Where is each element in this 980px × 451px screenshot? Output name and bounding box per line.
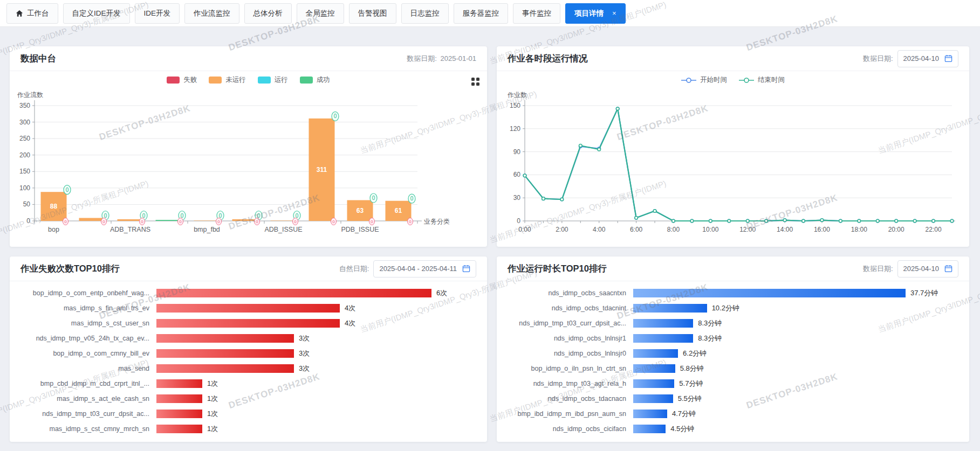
svg-text:0: 0	[217, 219, 220, 224]
value-label: 1次	[207, 424, 218, 434]
date-field: 数据日期: 2025-04-10	[863, 260, 958, 277]
nav-tab-8[interactable]: 服务器监控	[454, 3, 509, 24]
legend-item[interactable]: 未运行	[209, 75, 246, 85]
svg-text:0: 0	[179, 219, 182, 224]
value-bar[interactable]	[156, 334, 294, 343]
job-name-label: nds_idmp_ocbs_saacntxn	[497, 289, 633, 297]
home-icon	[16, 10, 23, 17]
svg-text:0:00: 0:00	[518, 226, 531, 233]
date-range-picker[interactable]: 2025-04-04 - 2025-04-11	[373, 260, 476, 277]
chart-legend: 失败未运行运行成功	[10, 75, 487, 85]
nav-tab-label: IDE开发	[144, 9, 171, 18]
nav-tab-1[interactable]: 自定义IDE开发	[63, 3, 130, 24]
panel-header: 作业各时段运行情况 数据日期: 2025-04-10	[497, 46, 969, 71]
hbar-row: mas_idmp_s_fin_aml_trs_ev4次	[10, 304, 487, 313]
svg-text:150: 150	[19, 168, 30, 175]
value-bar[interactable]	[156, 364, 294, 373]
value-bar[interactable]	[156, 410, 202, 418]
value-bar[interactable]	[633, 364, 675, 373]
value-bar[interactable]	[633, 425, 666, 433]
fail-top10-hbar-chart: bop_idmp_o_com_entp_onbehf_wag...6次mas_i…	[10, 281, 487, 442]
value-label: 6.2分钟	[683, 349, 707, 358]
value-bar[interactable]	[633, 334, 693, 343]
value-bar[interactable]	[633, 379, 674, 388]
hbar-row: nds_idmp_ocbs_lnlnsjr06.2分钟	[497, 349, 969, 358]
svg-text:0: 0	[256, 219, 258, 224]
legend-label: 未运行	[225, 75, 246, 85]
legend-label: 结束时间	[758, 75, 785, 85]
value-bar[interactable]	[633, 319, 693, 328]
nav-tab-0[interactable]: 工作台	[6, 3, 58, 24]
job-name-label: nds_idmp_ocbs_lnlnsjr1	[497, 335, 633, 342]
close-icon[interactable]: ×	[612, 9, 616, 17]
date-field: 自然日期: 2025-04-04 - 2025-04-11	[339, 260, 476, 277]
hbar-row: bop_idmp_o_iln_psn_ln_ctrt_sn5.8分钟	[497, 364, 969, 373]
hbar-row: mas_idmp_s_cst_cmny_mrch_sn1次	[10, 425, 487, 433]
svg-text:0: 0	[26, 217, 30, 225]
svg-text:0: 0	[257, 213, 261, 219]
value-bar[interactable]	[156, 379, 202, 388]
svg-text:12:00: 12:00	[739, 226, 756, 233]
legend-item[interactable]: 开始时间	[681, 75, 727, 85]
nav-tab-5[interactable]: 全局监控	[297, 3, 344, 24]
svg-text:0: 0	[332, 219, 335, 224]
value-label: 6次	[436, 288, 447, 298]
legend-item[interactable]: 失败	[167, 75, 197, 85]
nav-tab-6[interactable]: 告警视图	[349, 3, 396, 24]
nav-tab-9[interactable]: 事件监控	[513, 3, 560, 24]
date-picker[interactable]: 2025-04-10	[897, 50, 959, 67]
nav-tab-3[interactable]: 作业流监控	[184, 3, 239, 24]
svg-text:63: 63	[357, 207, 364, 214]
value-bar[interactable]	[633, 394, 673, 403]
toolbox-grid-icon[interactable]	[471, 78, 479, 86]
job-name-label: bop_idmp_o_com_cmny_bill_ev	[10, 350, 156, 357]
value-bar[interactable]	[633, 349, 678, 358]
svg-text:ADB_ISSUE: ADB_ISSUE	[264, 226, 302, 233]
calendar-icon	[944, 54, 952, 63]
value-bar[interactable]	[633, 410, 667, 418]
svg-text:0: 0	[410, 196, 414, 202]
legend-label: 开始时间	[700, 75, 727, 85]
panel-duration-top10: 作业运行时长TOP10排行 数据日期: 2025-04-10 nds_idmp_…	[497, 256, 969, 442]
value-label: 4.5分钟	[670, 424, 694, 434]
value-label: 37.7分钟	[910, 288, 938, 298]
job-name-label: nds_idmp_tmp_t03_curr_dpsit_ac...	[497, 320, 633, 327]
value-bar[interactable]	[156, 394, 202, 403]
date-label: 数据日期:	[863, 264, 893, 274]
svg-text:90: 90	[513, 148, 521, 156]
legend-item[interactable]: 运行	[258, 75, 288, 85]
value-bar[interactable]	[156, 425, 202, 433]
value-bar[interactable]	[156, 304, 340, 313]
value-bar[interactable]	[156, 349, 294, 358]
legend-item[interactable]: 成功	[300, 75, 330, 85]
panel-title: 数据中台	[20, 53, 56, 65]
nav-tab-2[interactable]: IDE开发	[135, 3, 180, 24]
svg-text:0: 0	[142, 213, 146, 219]
value-label: 8.3分钟	[698, 318, 722, 328]
svg-text:0: 0	[372, 195, 375, 201]
job-name-label: bmp_cbd_idmp_m_cbd_crprt_itnl_...	[10, 380, 156, 387]
legend-item[interactable]: 结束时间	[739, 75, 785, 85]
value-bar[interactable]	[633, 304, 707, 313]
nav-tab-label: 项目详情	[574, 9, 604, 18]
nav-tab-label: 告警视图	[358, 9, 387, 18]
hbar-row: bmp_ibd_idmp_m_ibd_psn_aum_sn4.7分钟	[497, 410, 969, 418]
svg-text:0: 0	[102, 219, 105, 224]
value-bar[interactable]	[156, 289, 431, 297]
nav-tab-4[interactable]: 总体分析	[244, 3, 292, 24]
hbar-row: nds_idmp_ocbs_saacntxn37.7分钟	[497, 289, 969, 297]
svg-text:0: 0	[219, 213, 222, 219]
calendar-icon	[944, 265, 952, 273]
nav-tab-7[interactable]: 日志监控	[401, 3, 449, 24]
svg-text:0: 0	[517, 217, 520, 225]
date-picker[interactable]: 2025-04-10	[897, 260, 959, 277]
hbar-row: nds_idmp_tmp_t03_curr_dpsit_ac...8.3分钟	[497, 319, 969, 328]
nav-tab-10[interactable]: 项目详情×	[565, 3, 626, 24]
job-name-label: nds_idmp_ocbs_cicifacn	[497, 425, 633, 433]
job-name-label: nds_idmp_ocbs_tdacnint	[497, 304, 633, 312]
hbar-row: nds_idmp_tmp_t03_agt_rela_h5.7分钟	[497, 379, 969, 388]
line-chart-canvas: 0306090120150作业数0:002:004:006:008:0010:0…	[497, 71, 968, 246]
value-bar[interactable]	[156, 319, 340, 328]
svg-text:18:00: 18:00	[851, 226, 867, 233]
value-bar[interactable]	[633, 289, 906, 297]
